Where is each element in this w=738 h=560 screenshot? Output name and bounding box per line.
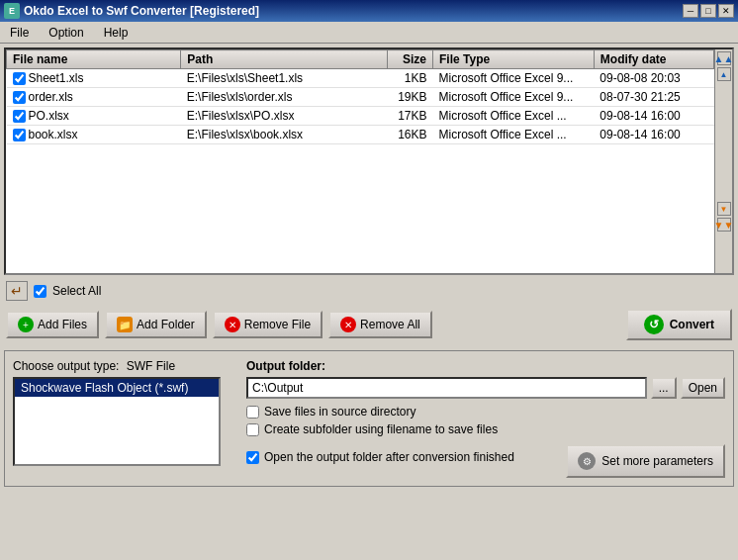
output-type-listbox[interactable]: Shockwave Flash Object (*.swf) bbox=[13, 377, 221, 466]
cell-type-0: Microsoft Office Excel 9... bbox=[433, 69, 595, 88]
title-bar-controls: ─ □ ✕ bbox=[683, 4, 734, 18]
checkbox-row-1: Save files in source directory bbox=[246, 405, 725, 419]
table-row: book.xlsx E:\Files\xlsx\book.xlsx 16KB M… bbox=[7, 126, 714, 144]
menu-bar: File Option Help bbox=[0, 22, 738, 44]
menu-file[interactable]: File bbox=[4, 24, 35, 42]
scroll-down-button[interactable]: ▼ bbox=[717, 202, 731, 216]
output-type-section: Choose output type: SWF File Shockwave F… bbox=[13, 359, 231, 478]
output-type-label: Choose output type: bbox=[13, 359, 119, 373]
cell-type-3: Microsoft Office Excel ... bbox=[433, 126, 595, 144]
cell-type-2: Microsoft Office Excel ... bbox=[433, 107, 595, 126]
cell-modified-1: 08-07-30 21:25 bbox=[594, 88, 713, 107]
list-controls: ↵ Select All bbox=[4, 277, 734, 305]
convert-button[interactable]: ↺ Convert bbox=[626, 309, 732, 340]
cell-filename-3: book.xlsx bbox=[7, 126, 181, 144]
output-type-header: Choose output type: SWF File bbox=[13, 359, 231, 373]
folder-row: ... Open bbox=[246, 377, 725, 399]
select-all-checkbox[interactable] bbox=[34, 285, 46, 298]
open-after-conversion-checkbox[interactable] bbox=[246, 451, 259, 464]
col-header-modified: Modify date bbox=[594, 50, 713, 69]
output-type-item[interactable]: Shockwave Flash Object (*.swf) bbox=[15, 379, 219, 397]
col-header-path: Path bbox=[181, 50, 388, 69]
col-header-filetype: File Type bbox=[433, 50, 595, 69]
create-subfolder-checkbox[interactable] bbox=[246, 423, 259, 436]
cell-path-0: E:\Files\xls\Sheet1.xls bbox=[181, 69, 388, 88]
remove-file-icon: ✕ bbox=[225, 317, 240, 332]
app-icon: E bbox=[4, 3, 20, 19]
set-more-params-button[interactable]: ⚙ Set more parameters bbox=[566, 444, 725, 478]
table-row: Sheet1.xls E:\Files\xls\Sheet1.xls 1KB M… bbox=[7, 69, 714, 88]
close-button[interactable]: ✕ bbox=[718, 4, 734, 18]
cell-path-2: E:\Files\xlsx\PO.xlsx bbox=[181, 107, 388, 126]
remove-all-button[interactable]: ✕ Remove All bbox=[328, 311, 432, 338]
checkbox-row-3: Open the output folder after conversion … bbox=[246, 450, 514, 464]
bottom-panel: Choose output type: SWF File Shockwave F… bbox=[4, 350, 734, 487]
cell-size-2: 17KB bbox=[388, 107, 433, 126]
row-checkbox-3[interactable] bbox=[13, 129, 26, 141]
create-subfolder-label: Create subfolder using filename to save … bbox=[264, 422, 498, 436]
row-checkbox-2[interactable] bbox=[13, 110, 26, 123]
cell-filename-1: order.xls bbox=[7, 88, 181, 107]
back-button[interactable]: ↵ bbox=[6, 281, 28, 301]
convert-icon: ↺ bbox=[644, 315, 664, 334]
folder-label: Output folder: bbox=[246, 359, 725, 373]
cell-modified-2: 09-08-14 16:00 bbox=[594, 107, 713, 126]
cell-path-1: E:\Files\xls\order.xls bbox=[181, 88, 388, 107]
action-buttons: + Add Files 📁 Add Folder ✕ Remove File ✕… bbox=[4, 305, 734, 344]
maximize-button[interactable]: □ bbox=[700, 4, 716, 18]
cell-filename-2: PO.xlsx bbox=[7, 107, 181, 126]
title-bar-text: E Okdo Excel to Swf Converter [Registere… bbox=[4, 3, 259, 19]
cell-size-3: 16KB bbox=[388, 126, 433, 144]
output-type-value: SWF File bbox=[127, 359, 175, 373]
browse-button[interactable]: ... bbox=[651, 377, 677, 399]
col-header-size: Size bbox=[388, 50, 433, 69]
folder-path-input[interactable] bbox=[246, 377, 647, 399]
remove-file-button[interactable]: ✕ Remove File bbox=[213, 311, 323, 338]
open-after-conversion-label: Open the output folder after conversion … bbox=[264, 450, 514, 464]
file-list-container: File name Path Size File Type Modify dat… bbox=[4, 47, 734, 275]
file-table: File name Path Size File Type Modify dat… bbox=[6, 49, 714, 144]
row-checkbox-1[interactable] bbox=[13, 91, 26, 104]
cell-size-0: 1KB bbox=[388, 69, 433, 88]
menu-help[interactable]: Help bbox=[98, 24, 135, 42]
row-checkbox-0[interactable] bbox=[13, 72, 26, 85]
gear-icon: ⚙ bbox=[578, 452, 596, 470]
title-bar: E Okdo Excel to Swf Converter [Registere… bbox=[0, 0, 738, 22]
cell-path-3: E:\Files\xlsx\book.xlsx bbox=[181, 126, 388, 144]
open-folder-button[interactable]: Open bbox=[681, 377, 725, 399]
select-all-label: Select All bbox=[52, 284, 101, 298]
scroll-controls: ▲▲ ▲ ▼ ▼▼ bbox=[714, 49, 732, 273]
add-folder-icon: 📁 bbox=[117, 317, 133, 332]
cell-type-1: Microsoft Office Excel 9... bbox=[433, 88, 595, 107]
scroll-up-button[interactable]: ▲ bbox=[717, 67, 731, 81]
cell-modified-0: 09-08-08 20:03 bbox=[594, 69, 713, 88]
add-files-icon: + bbox=[18, 317, 34, 332]
add-files-button[interactable]: + Add Files bbox=[6, 311, 99, 338]
file-list-inner: File name Path Size File Type Modify dat… bbox=[6, 49, 714, 273]
output-folder-section: Output folder: ... Open Save files in so… bbox=[246, 359, 725, 478]
scroll-bottom-button[interactable]: ▼▼ bbox=[717, 218, 731, 232]
remove-all-icon: ✕ bbox=[340, 317, 356, 332]
scroll-top-button[interactable]: ▲▲ bbox=[717, 51, 731, 65]
table-row: order.xls E:\Files\xls\order.xls 19KB Mi… bbox=[7, 88, 714, 107]
cell-modified-3: 09-08-14 16:00 bbox=[594, 126, 713, 144]
checkbox-row-2: Create subfolder using filename to save … bbox=[246, 422, 725, 436]
menu-option[interactable]: Option bbox=[43, 24, 89, 42]
table-row: PO.xlsx E:\Files\xlsx\PO.xlsx 17KB Micro… bbox=[7, 107, 714, 126]
save-source-checkbox[interactable] bbox=[246, 406, 259, 419]
save-source-label: Save files in source directory bbox=[264, 405, 415, 419]
add-folder-button[interactable]: 📁 Add Folder bbox=[105, 311, 207, 338]
cell-filename-0: Sheet1.xls bbox=[7, 69, 181, 88]
col-header-filename: File name bbox=[7, 50, 181, 69]
cell-size-1: 19KB bbox=[388, 88, 433, 107]
minimize-button[interactable]: ─ bbox=[683, 4, 698, 18]
main-content: File name Path Size File Type Modify dat… bbox=[0, 44, 738, 560]
